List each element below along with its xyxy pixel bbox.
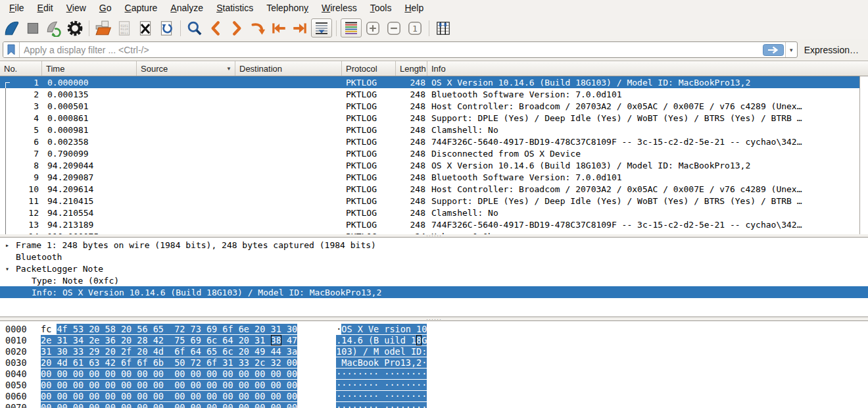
packet-list-scrollbar[interactable]	[859, 76, 868, 234]
packet-row[interactable]: 20.000135PKTLOG248Bluetooth Software Ver…	[0, 88, 859, 100]
hex-bytes: 31 30 33 29 20 2f 20 4d 6f 64 65 6c 20 4…	[41, 346, 297, 357]
display-filter-box[interactable]: ▾	[3, 41, 798, 58]
packet-row[interactable]: 40.000861PKTLOG248Support: DPLE (Yes) / …	[0, 112, 859, 124]
filter-bookmark-button[interactable]	[3, 42, 20, 57]
column-header-info[interactable]: Info	[427, 61, 868, 76]
packet-cell-proto: PKTLOG	[342, 147, 396, 159]
menu-go[interactable]: Go	[93, 1, 118, 16]
column-header-len[interactable]: Length	[396, 61, 427, 76]
detail-row[interactable]: Info: OS X Version 10.14.6 (Build 18G103…	[0, 286, 868, 298]
menu-file[interactable]: File	[3, 1, 31, 16]
filter-dropdown-button[interactable]: ▾	[785, 42, 797, 57]
column-header-dest[interactable]: Destination	[235, 61, 342, 76]
resize-columns-icon	[435, 20, 452, 37]
packet-row[interactable]: 1394.213189PKTLOG248744F326C-5640-4917-B…	[0, 218, 859, 230]
expander-open-icon[interactable]: ▾	[0, 265, 16, 272]
packet-row[interactable]: 1194.210415PKTLOG248Support: DPLE (Yes) …	[0, 195, 859, 207]
hex-ascii: .14.6 (B uild 18G	[336, 335, 427, 345]
packet-row[interactable]: 10.000000PKTLOG248OS X Version 10.14.6 (…	[0, 76, 859, 88]
packet-row[interactable]: 60.002358PKTLOG248744F326C-5640-4917-BD1…	[0, 136, 859, 147]
zoom-out-icon	[385, 20, 402, 37]
packet-cell-info: Support: DPLE (Yes) / Deep Idle (Yes) / …	[427, 195, 859, 207]
expander-closed-icon[interactable]: ▸	[0, 242, 16, 249]
apply-arrow-icon	[763, 44, 784, 56]
hex-highlighted: .14.6 (B uild 1	[336, 335, 416, 345]
packet-row[interactable]: 1294.210554PKTLOG248Clamshell: No	[0, 207, 859, 218]
display-filter-input[interactable]	[20, 45, 763, 55]
colorize-packets-button[interactable]	[341, 18, 362, 38]
packet-row[interactable]: 1094.209614PKTLOG248Host Controller: Bro…	[0, 183, 859, 195]
packet-row[interactable]: 70.790099PKTLOG248Disconnected from OS X…	[0, 147, 859, 159]
stop-capture-button[interactable]	[23, 18, 43, 38]
menu-view[interactable]: View	[60, 1, 93, 16]
menu-telephony[interactable]: Telephony	[260, 1, 315, 16]
menu-help[interactable]: Help	[398, 1, 430, 16]
detail-row[interactable]: ▾PacketLogger Note	[0, 263, 868, 274]
hex-row[interactable]: 005000 00 00 00 00 00 00 00 00 00 00 00 …	[0, 379, 868, 390]
column-dropdown-icon[interactable]: ▼	[226, 66, 231, 72]
menu-analyze[interactable]: Analyze	[164, 1, 210, 16]
column-header-proto[interactable]: Protocol	[342, 61, 396, 76]
go-to-packet-button[interactable]	[248, 18, 268, 38]
normal-size-button[interactable]: 1	[405, 18, 425, 38]
detail-row[interactable]: Bluetooth	[0, 251, 868, 263]
packet-cell-len: 248	[396, 195, 427, 207]
packet-row[interactable]: 994.209087PKTLOG248Bluetooth Software Ve…	[0, 171, 859, 183]
hex-row[interactable]: 006000 00 00 00 00 00 00 00 00 00 00 00 …	[0, 390, 868, 401]
find-packet-button[interactable]	[185, 18, 205, 38]
hex-row[interactable]: 004000 00 00 00 00 00 00 00 00 00 00 00 …	[0, 368, 868, 379]
close-file-button[interactable]	[135, 18, 155, 38]
hex-highlighted: ········ ········	[336, 402, 427, 408]
packet-cell-len: 248	[396, 136, 427, 147]
menu-wireless[interactable]: Wireless	[315, 1, 364, 16]
column-header-no[interactable]: No.	[0, 61, 42, 76]
hex-highlighted: G	[422, 335, 427, 345]
zoom-in-button[interactable]	[363, 18, 383, 38]
last-packet-button[interactable]	[290, 18, 310, 38]
menu-statistics[interactable]: Statistics	[210, 1, 260, 16]
hex-row[interactable]: 007000 00 00 00 00 00 00 00 00 00 00 00 …	[0, 401, 868, 408]
hex-byte-boxed: 8	[416, 335, 422, 345]
apply-filter-button[interactable]	[763, 44, 784, 56]
open-file-button[interactable]	[93, 18, 113, 38]
next-packet-button[interactable]	[227, 18, 247, 38]
menu-capture[interactable]: Capture	[118, 1, 164, 16]
chevron-down-icon: ▾	[790, 47, 793, 53]
save-file-button[interactable]: 010101100011	[114, 18, 134, 38]
capture-options-button[interactable]	[65, 18, 85, 38]
hex-row[interactable]: 0000fc 4f 53 20 58 20 56 65 72 73 69 6f …	[0, 323, 868, 334]
packet-cell-len: 248	[396, 112, 427, 124]
column-header-source[interactable]: Source▼	[137, 61, 235, 76]
packet-cell-time: 94.209614	[42, 183, 137, 195]
packet-cell-info: Clamshell: No	[427, 124, 859, 136]
zoom-out-button[interactable]	[384, 18, 404, 38]
menu-edit[interactable]: Edit	[31, 1, 60, 16]
detail-row[interactable]: Type: Note (0xfc)	[0, 274, 868, 286]
previous-packet-button[interactable]	[206, 18, 226, 38]
expression-button[interactable]: Expression…	[803, 45, 864, 55]
resize-columns-button[interactable]	[433, 18, 453, 38]
start-capture-button[interactable]	[2, 18, 22, 38]
hex-row[interactable]: 003020 4d 61 63 42 6f 6f 6b 50 72 6f 31 …	[0, 357, 868, 368]
packet-cell-dst	[235, 124, 342, 136]
first-packet-button[interactable]	[269, 18, 289, 38]
packet-row[interactable]: 894.209044PKTLOG248OS X Version 10.14.6 …	[0, 159, 859, 171]
packet-row[interactable]: 30.000501PKTLOG248Host Controller: Broad…	[0, 100, 859, 112]
hex-bytes: fc 4f 53 20 58 20 56 65 72 73 69 6f 6e 2…	[41, 324, 297, 334]
packet-cell-dst	[235, 147, 342, 159]
packet-cell-dst	[235, 183, 342, 195]
column-header-time[interactable]: Time	[42, 61, 137, 76]
hex-highlighted: 20 4d 61 63 42 6f 6f 6b 50 72 6f 31 33 2…	[41, 357, 297, 368]
restart-capture-icon	[45, 20, 62, 37]
reload-file-button[interactable]	[157, 18, 176, 38]
hex-row[interactable]: 002031 30 33 29 20 2f 20 4d 6f 64 65 6c …	[0, 345, 868, 357]
related-packet-line	[5, 88, 10, 100]
packet-cell-proto: PKTLOG	[342, 195, 396, 207]
packet-cell-no: 13	[0, 218, 42, 230]
hex-row[interactable]: 00102e 31 34 2e 36 20 28 42 75 69 6c 64 …	[0, 334, 868, 345]
auto-scroll-button[interactable]	[311, 18, 332, 38]
restart-capture-button[interactable]	[44, 18, 64, 38]
menu-tools[interactable]: Tools	[364, 1, 398, 16]
packet-row[interactable]: 50.000981PKTLOG248Clamshell: No	[0, 124, 859, 136]
detail-row[interactable]: ▸Frame 1: 248 bytes on wire (1984 bits),…	[0, 239, 868, 251]
